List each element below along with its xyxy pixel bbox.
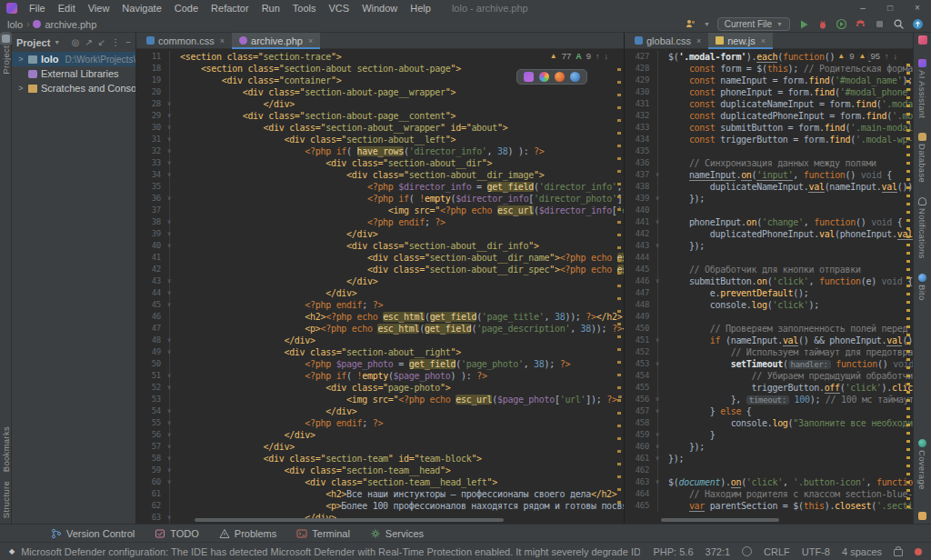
git-branch-icon[interactable]: [742, 546, 752, 556]
menu-window[interactable]: Window: [355, 3, 404, 14]
vcs-users-icon[interactable]: [685, 18, 696, 30]
code-line[interactable]: 41 <div class="section-about__dir_name">…: [136, 252, 624, 264]
code-line[interactable]: 40∨ <div class="section-about__dir_info"…: [136, 240, 624, 252]
tool-stripe-ai-assistant[interactable]: AI Assistant: [917, 59, 927, 118]
fold-marker-icon[interactable]: ∨: [652, 358, 663, 370]
plugin-quick-widget[interactable]: [516, 69, 587, 85]
code-line[interactable]: 428 const form = $(this); // Родительска…: [625, 63, 913, 75]
fold-marker-icon[interactable]: ∨: [164, 335, 175, 346]
fold-marker-icon[interactable]: ∨: [652, 394, 663, 405]
menu-run[interactable]: Run: [255, 3, 286, 14]
close-button[interactable]: ×: [904, 0, 931, 16]
search-everywhere-icon[interactable]: [893, 18, 905, 30]
code-line[interactable]: 431 const duplicateNameInput = form.find…: [625, 98, 913, 110]
toolwindow-problems[interactable]: Problems: [219, 528, 276, 539]
expand-all-icon[interactable]: ↗: [85, 37, 92, 47]
code-line[interactable]: 434 const triggerButton = form.find('.mo…: [625, 134, 913, 145]
code-line[interactable]: 437∨ nameInput.on('input', function() vo…: [625, 169, 913, 181]
left-horizontal-scrollbar[interactable]: [195, 518, 504, 522]
debug-button[interactable]: [816, 18, 828, 30]
code-line[interactable]: 31∨ <div class="section-about__left">: [136, 134, 624, 145]
code-line[interactable]: 53 <img src="<?php echo esc_url($page_ph…: [136, 394, 624, 405]
encoding-widget[interactable]: UTF-8: [802, 546, 830, 557]
fold-marker-icon[interactable]: ∨: [164, 453, 175, 465]
read-only-lock-icon[interactable]: [894, 549, 903, 556]
code-line[interactable]: 451∨ if (nameInput.val() && phoneInput.v…: [625, 335, 913, 346]
code-line[interactable]: 44∨ </div>: [136, 287, 624, 299]
menu-tools[interactable]: Tools: [286, 3, 323, 14]
menu-file[interactable]: File: [23, 3, 52, 14]
code-line[interactable]: 443∨ });: [625, 240, 913, 252]
next-problem-icon[interactable]: ↓: [605, 52, 609, 61]
code-line[interactable]: 445 // Обработчик для кнопки отправки: [625, 264, 913, 275]
menu-refactor[interactable]: Refactor: [205, 3, 255, 14]
fold-marker-icon[interactable]: ∨: [164, 145, 175, 157]
code-line[interactable]: 50 <?php $page_photo = get_field('page_p…: [136, 358, 624, 370]
close-tab-icon[interactable]: ×: [308, 36, 313, 45]
tab-archive.php[interactable]: archive.php×: [232, 33, 320, 48]
fold-marker-icon[interactable]: ∨: [652, 216, 663, 228]
ai-plugin-icon[interactable]: [524, 72, 534, 82]
prev-problem-icon[interactable]: ↑: [596, 52, 600, 61]
status-message[interactable]: Microsoft Defender configuration: The ID…: [21, 546, 639, 557]
fold-marker-icon[interactable]: ∨: [164, 134, 175, 145]
toolwindow-todo[interactable]: TODO: [155, 528, 199, 539]
orange-plugin-icon[interactable]: [555, 72, 565, 82]
php-version-widget[interactable]: PHP: 5.6: [654, 546, 694, 557]
fold-marker-icon[interactable]: ∨: [164, 157, 175, 169]
code-line[interactable]: 436 // Синхронизация данных между полями: [625, 157, 913, 169]
tab-global.css[interactable]: global.css×: [627, 33, 708, 48]
code-line[interactable]: 51∨ <?php if( !empty($page_photo) ): ?>: [136, 370, 624, 382]
listen-debug-connections-icon[interactable]: [855, 18, 866, 30]
code-line[interactable]: 446∨ submitButton.on('click', function(e…: [625, 275, 913, 287]
fold-marker-icon[interactable]: ∨: [164, 465, 175, 476]
menu-view[interactable]: View: [82, 3, 116, 14]
code-line[interactable]: 462: [625, 465, 913, 476]
fold-marker-icon[interactable]: ∨: [164, 512, 175, 524]
code-line[interactable]: 444: [625, 252, 913, 264]
code-line[interactable]: 37 <img src="<?php echo esc_url($directo…: [136, 205, 624, 216]
fold-marker-icon[interactable]: ∨: [164, 370, 175, 382]
line-separator-widget[interactable]: CRLF: [764, 546, 790, 557]
code-line[interactable]: 452 // Используем таймаут для предотвращ…: [625, 346, 913, 358]
collapse-all-icon[interactable]: ↙: [98, 37, 105, 47]
code-line[interactable]: 463∨$(document).on('click', '.button-ico…: [625, 476, 913, 488]
toolwindow-services[interactable]: Services: [370, 528, 424, 539]
chevron-right-icon[interactable]: >: [17, 84, 25, 93]
fold-marker-icon[interactable]: ∨: [164, 240, 175, 252]
code-line[interactable]: 435: [625, 145, 913, 157]
fold-marker-icon[interactable]: ∨: [164, 169, 175, 181]
tree-item-lolo[interactable]: >loloD:\Work\Projects\lolo: [12, 52, 135, 66]
code-line[interactable]: 38∨ <?php endif; ?>: [136, 216, 624, 228]
code-line[interactable]: 455 triggerButton.off('click').click();: [625, 382, 913, 394]
code-line[interactable]: 439∨ });: [625, 193, 913, 205]
fold-marker-icon[interactable]: ∨: [164, 98, 175, 110]
code-line[interactable]: 55∨ <?php endif; ?>: [136, 417, 624, 429]
breadcrumb-project[interactable]: lolo: [7, 19, 23, 30]
code-line[interactable]: 447 e.preventDefault();: [625, 287, 913, 299]
code-line[interactable]: 20 <div class="section-about-page__wrapp…: [136, 86, 624, 98]
color-wheel-plugin-icon[interactable]: [539, 72, 549, 82]
code-line[interactable]: 54∨ </div>: [136, 405, 624, 417]
menu-code[interactable]: Code: [168, 3, 205, 14]
fold-marker-icon[interactable]: ∨: [652, 476, 663, 488]
code-line[interactable]: 60∨ <div class="section-team__head_left"…: [136, 476, 624, 488]
code-line[interactable]: 448 console.log('click');: [625, 299, 913, 311]
maximize-button[interactable]: □: [876, 0, 904, 16]
code-line[interactable]: 464 // Находим родителя с классом sectio…: [625, 488, 913, 500]
code-line[interactable]: 440: [625, 205, 913, 216]
tool-stripe-coverage[interactable]: Coverage: [917, 439, 927, 490]
vcs-dropdown-icon[interactable]: ▼: [704, 21, 710, 27]
code-line[interactable]: 459∨ }: [625, 429, 913, 441]
fold-marker-icon[interactable]: ∨: [164, 382, 175, 394]
fold-marker-icon[interactable]: ∨: [164, 228, 175, 240]
code-line[interactable]: 49∨ <div class="section-about__right">: [136, 346, 624, 358]
close-tab-icon[interactable]: ×: [761, 36, 766, 45]
indent-widget[interactable]: 4 spaces: [842, 546, 882, 557]
fold-marker-icon[interactable]: ∨: [164, 299, 175, 311]
code-line[interactable]: 441∨ phoneInput.on('change', function() …: [625, 216, 913, 228]
next-problem-icon[interactable]: ↓: [894, 52, 898, 61]
code-line[interactable]: 449: [625, 311, 913, 323]
code-line[interactable]: 57∨ </div>: [136, 441, 624, 453]
run-button[interactable]: [797, 18, 809, 30]
